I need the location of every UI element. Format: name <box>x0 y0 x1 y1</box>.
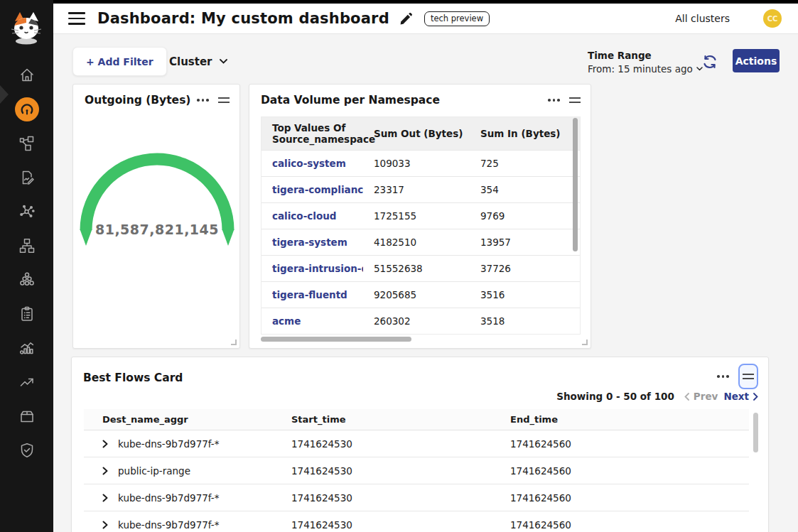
sum-in-value: 13957 <box>470 237 580 248</box>
namespace-link[interactable]: tigera-system <box>261 237 363 248</box>
dest-name-value: kube-dns-9b7d977f-* <box>118 438 219 450</box>
hamburger-menu-icon[interactable] <box>68 12 85 25</box>
sum-in-value: 3516 <box>470 289 580 300</box>
card-drag-handle-icon[interactable] <box>569 95 581 105</box>
time-range-label: Time Range <box>588 50 703 61</box>
column-header[interactable]: Sum In (Bytes) <box>470 124 580 143</box>
prev-button[interactable]: Prev <box>684 391 718 402</box>
namespace-link[interactable]: calico-system <box>261 158 363 169</box>
vertical-scrollbar[interactable] <box>753 413 758 452</box>
sum-in-value: 354 <box>470 184 580 195</box>
namespace-link[interactable]: tigera-fluentd <box>261 289 363 300</box>
actions-button[interactable]: Actions <box>733 49 780 72</box>
sidebar <box>0 0 53 532</box>
service-graph-icon[interactable] <box>0 200 53 224</box>
namespace-table: Top Values Of Source_namespace Sum Out (… <box>261 116 581 335</box>
table-row[interactable]: kube-dns-9b7d977f-* 1741624530 174162456… <box>84 511 749 532</box>
table-row: tigera-intrusion-d… 51552638 37726 <box>261 255 580 281</box>
column-header[interactable]: Sum Out (Bytes) <box>363 124 470 143</box>
page-title: Dashboard: My custom dashboard <box>97 10 389 27</box>
chevron-right-icon <box>753 393 758 401</box>
sum-out-value: 23317 <box>363 184 470 195</box>
stats-chart-icon[interactable] <box>0 336 53 360</box>
expand-chevron-icon[interactable] <box>102 467 108 475</box>
calico-logo[interactable] <box>10 10 43 45</box>
start-time-value: 1741624530 <box>291 492 510 504</box>
dest-name-value: kube-dns-9b7d977f-* <box>118 519 219 531</box>
next-button[interactable]: Next <box>723 391 758 402</box>
column-header[interactable]: Top Values Of Source_namespace <box>261 118 363 149</box>
package-icon[interactable] <box>0 404 53 428</box>
expand-chevron-icon[interactable] <box>102 521 108 529</box>
shield-check-icon[interactable] <box>0 438 53 462</box>
cluster-circles-icon[interactable] <box>0 268 53 292</box>
vertical-scrollbar[interactable] <box>573 118 578 251</box>
card-menu-icon[interactable] <box>197 96 209 104</box>
chevron-down-icon <box>220 59 227 64</box>
card-title: Data Volume per Namespace <box>261 94 440 107</box>
dashboard-gauge-icon[interactable] <box>0 97 53 121</box>
trend-arrow-icon[interactable] <box>0 370 53 394</box>
outgoing-bytes-card: Outgoing (Bytes) 81,587,821,145 <box>72 84 240 349</box>
sum-in-value: 725 <box>470 158 580 169</box>
sum-in-value: 37726 <box>470 263 580 274</box>
start-time-value: 1741624530 <box>291 465 510 477</box>
card-resize-handle[interactable] <box>231 340 237 345</box>
sum-out-value: 51552638 <box>363 263 470 274</box>
namespace-link[interactable]: acme <box>261 315 363 327</box>
namespace-link[interactable]: tigera-compliance <box>261 184 363 195</box>
card-resize-handle[interactable] <box>582 340 588 345</box>
card-title: Best Flows Card <box>83 371 183 384</box>
sum-out-value: 4182510 <box>363 237 470 248</box>
table-row[interactable]: public-ip-range 1741624530 1741624560 <box>84 457 749 484</box>
all-clusters-selector[interactable]: All clusters <box>675 13 730 24</box>
horizontal-scrollbar[interactable] <box>261 337 411 342</box>
namespace-link[interactable]: calico-cloud <box>261 210 363 222</box>
edit-pencil-icon[interactable] <box>399 12 413 26</box>
card-drag-handle-icon[interactable] <box>218 95 230 105</box>
start-time-value: 1741624530 <box>291 519 510 531</box>
card-drag-handle-focused[interactable] <box>738 364 758 389</box>
add-filter-button[interactable]: + Add Filter <box>72 47 167 76</box>
sum-out-value: 260302 <box>363 315 470 327</box>
time-range-control: Time Range From: 15 minutes ago <box>588 50 703 75</box>
sum-in-value: 3518 <box>470 315 580 327</box>
card-menu-icon[interactable] <box>717 372 729 381</box>
expand-chevron-icon[interactable] <box>102 494 108 502</box>
expand-chevron-icon[interactable] <box>102 440 108 448</box>
home-icon[interactable] <box>0 63 53 87</box>
gauge-value: 81,587,821,145 <box>73 222 241 237</box>
sum-out-value: 1725155 <box>363 210 470 222</box>
column-header[interactable]: Start_time <box>291 414 510 425</box>
dest-name-value: kube-dns-9b7d977f-* <box>118 492 219 504</box>
pagination: Showing 0 - 50 of 100 Prev Next <box>556 391 758 402</box>
end-time-value: 1741624560 <box>510 438 749 450</box>
tech-preview-badge: tech preview <box>424 11 490 26</box>
table-row: tigera-compliance 23317 354 <box>261 176 580 202</box>
table-row[interactable]: kube-dns-9b7d977f-* 1741624530 174162456… <box>84 430 749 457</box>
card-menu-icon[interactable] <box>548 96 560 104</box>
column-header[interactable]: End_time <box>510 414 749 425</box>
user-avatar[interactable]: CC <box>763 9 782 28</box>
network-topology-icon[interactable] <box>0 131 53 156</box>
time-range-value[interactable]: From: 15 minutes ago <box>588 63 703 75</box>
table-row: tigera-system 4182510 13957 <box>261 229 580 255</box>
pagination-status: Showing 0 - 50 of 100 <box>556 391 674 402</box>
data-volume-card: Data Volume per Namespace Top Values Of … <box>249 84 591 349</box>
table-row: calico-cloud 1725155 9769 <box>261 202 580 229</box>
sitemap-icon[interactable] <box>0 234 53 258</box>
sum-in-value: 9769 <box>470 210 580 222</box>
sum-out-value: 9205685 <box>363 289 470 300</box>
column-header[interactable]: Dest_name_aggr <box>84 414 291 425</box>
active-icon-disc <box>15 97 39 121</box>
namespace-link[interactable]: tigera-intrusion-d… <box>261 263 363 274</box>
refresh-icon[interactable] <box>701 53 718 70</box>
clipboard-list-icon[interactable] <box>0 302 53 326</box>
table-row[interactable]: kube-dns-9b7d977f-* 1741624530 174162456… <box>84 484 749 511</box>
document-edit-icon[interactable] <box>0 165 53 190</box>
cluster-dropdown[interactable]: Cluster <box>169 47 227 76</box>
start-time-value: 1741624530 <box>291 438 510 450</box>
table-row: acme 260302 3518 <box>261 308 580 334</box>
sum-out-value: 109033 <box>363 158 470 169</box>
app-header: Dashboard: My custom dashboard tech prev… <box>53 4 798 34</box>
